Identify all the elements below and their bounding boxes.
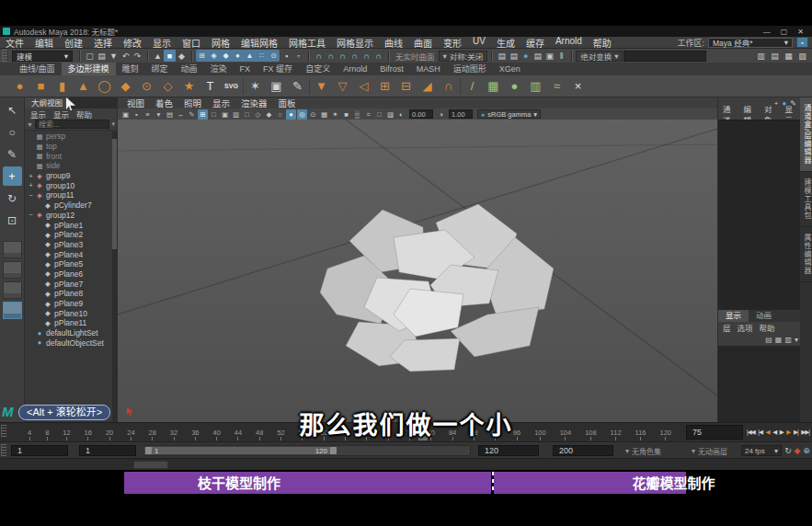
outliner-item[interactable]: ◆ pCylinder7 (25, 200, 112, 211)
animation-start-field[interactable]: 1 (11, 445, 68, 456)
move-tool[interactable]: + (3, 166, 22, 186)
snap-to-point-icon[interactable]: ∩ (337, 50, 349, 62)
shelf-tab[interactable]: 绑定 (145, 63, 175, 75)
new-layer-from-selected-icon[interactable]: ▦ (775, 336, 783, 344)
viewport-menu-item[interactable]: 着色 (150, 97, 178, 109)
open-scene-icon[interactable]: ▤ (96, 50, 108, 62)
layout-two-pane[interactable] (3, 281, 22, 299)
mask-deformers-icon[interactable]: ● (232, 50, 244, 62)
input-line-mode-selector[interactable]: 绝对变换 ▾ (576, 51, 623, 62)
viewport-canvas[interactable] (118, 120, 717, 422)
outliner-item[interactable]: ▦ persp (25, 132, 112, 142)
pan-zoom-2d-icon[interactable]: ↔ (176, 109, 186, 120)
menu-set-selector[interactable]: 建模 ▾ (12, 51, 73, 62)
lights-icon[interactable]: ✶ (330, 109, 340, 120)
outliner-item[interactable]: ▦ side (25, 161, 112, 171)
film-gate-icon[interactable]: □ (209, 109, 219, 120)
minimize-button[interactable]: — (763, 28, 771, 36)
new-render-layer-icon[interactable]: ▥ (784, 336, 792, 344)
menu-item[interactable]: 网格 (206, 36, 235, 50)
menu-item[interactable]: UV (467, 36, 491, 50)
image-plane-icon[interactable]: ▤ (165, 109, 175, 120)
menu-item[interactable]: 网格工具 (283, 36, 331, 50)
scrollbar-thumb[interactable] (112, 139, 117, 249)
select-tool[interactable]: ↖ (3, 100, 22, 120)
outliner-item[interactable]: ● defaultObjectSet (25, 337, 112, 348)
bevel-icon[interactable]: ◢ (417, 76, 438, 97)
paint-select-tool[interactable]: ✎ (3, 144, 22, 164)
shelf-tab[interactable]: Arnold (337, 63, 373, 75)
render-settings-icon[interactable]: ▤ (532, 50, 543, 62)
outliner-item[interactable]: ◆ pPlane1 (25, 220, 112, 230)
layout-four-pane[interactable] (3, 261, 22, 279)
outliner-item[interactable]: + ◈ group10 (25, 180, 112, 190)
sidebar-vertical-tab[interactable]: 建模工具包 (800, 172, 812, 227)
select-camera-icon[interactable]: ▣ (120, 109, 131, 120)
poly-plane-icon[interactable]: ◆ (115, 76, 136, 97)
exposure-icon[interactable]: ◐ (396, 109, 406, 120)
poly-cylinder-icon[interactable]: ▮ (51, 76, 73, 97)
pause-viewport-icon[interactable]: ‖ (555, 50, 567, 62)
auto-key-icon[interactable]: ◆ (793, 445, 802, 456)
separate-icon[interactable]: ▽ (332, 76, 353, 97)
command-line[interactable] (0, 458, 812, 470)
new-empty-layer-icon[interactable]: ▤ (765, 336, 772, 344)
delete-edge-icon[interactable]: × (567, 76, 589, 97)
region-icon[interactable]: □ (242, 109, 252, 120)
outliner-item[interactable]: ◆ pPlane2 (25, 230, 112, 240)
range-start-handle[interactable] (145, 447, 152, 454)
layout-persp-outliner[interactable] (3, 302, 22, 319)
mask-points-icon[interactable]: ⊞ (196, 50, 208, 62)
expander-icon[interactable]: + (27, 173, 35, 179)
shelf-tab[interactable]: 动画 (175, 63, 204, 75)
shelf-tab[interactable]: Bifrost (373, 63, 410, 75)
grease-pencil-icon[interactable]: ✎ (187, 109, 197, 120)
bridge-icon[interactable]: ∩ (438, 76, 459, 97)
fps-selector[interactable]: 24 fps ▾ (741, 445, 782, 456)
outliner-item[interactable]: ◆ pPlane8 (25, 289, 112, 299)
filter-icon[interactable]: ▼ (27, 121, 33, 128)
smooth-icon[interactable]: ≈ (546, 76, 567, 97)
menu-item[interactable]: 选择 (88, 36, 118, 50)
multi-cut-icon[interactable]: / (462, 76, 483, 97)
camera-icon[interactable]: ▣ (266, 76, 287, 97)
close-button[interactable]: ✕ (797, 28, 804, 36)
menu-item[interactable]: 缓存 (520, 36, 550, 50)
undo-icon[interactable]: ↶ (120, 50, 132, 62)
outliner-item[interactable]: ◆ pPlane7 (25, 279, 112, 289)
outliner-scrollbar[interactable] (112, 132, 117, 422)
isolate-select-icon[interactable]: □ (374, 109, 384, 120)
resolution-gate-icon[interactable]: ▣ (220, 109, 230, 120)
gamma-icon[interactable]: ◑ (436, 109, 446, 120)
view-transform-selector[interactable]: ● sRGB gamma ▾ (477, 109, 541, 119)
layer-editor-menu-item[interactable]: 选项 (738, 322, 753, 333)
outliner-item[interactable]: ▦ front (25, 151, 112, 161)
status-grip[interactable] (2, 50, 8, 62)
menu-item[interactable]: 变形 (438, 36, 467, 50)
menu-item[interactable]: 网格显示 (331, 36, 379, 50)
new-scene-icon[interactable]: ▢ (84, 50, 96, 62)
boolean-difference-icon[interactable]: ⊟ (395, 76, 417, 97)
extract-icon[interactable]: ◁ (353, 76, 374, 97)
mirror-icon[interactable]: ▥ (525, 76, 546, 97)
mask-misc-icon[interactable]: ⊙ (268, 50, 280, 62)
shelf-tab[interactable]: MASH (410, 63, 447, 75)
menu-item[interactable]: 创建 (59, 36, 88, 50)
target-weld-icon[interactable]: ● (504, 76, 525, 97)
anim-preferences-icon[interactable]: ⊕ (802, 445, 811, 456)
default-material-icon[interactable]: ⊙ (308, 109, 318, 120)
sidebar-vertical-tab[interactable]: 属性编辑器 (800, 227, 812, 282)
playback-range-bar[interactable]: 1 120 (145, 447, 337, 454)
outliner-item[interactable]: − ◈ group12 (25, 211, 112, 221)
motion-blur-icon[interactable]: ≈ (363, 109, 373, 120)
type-tool-icon[interactable]: T (200, 76, 221, 97)
poly-disc-icon[interactable]: ⊙ (136, 76, 157, 97)
tool-settings-toggle-icon[interactable]: ▤ (769, 50, 781, 62)
render-current-frame-icon[interactable]: ▤ (508, 50, 520, 62)
character-set-selector[interactable]: ▾ 无角色集 (625, 446, 661, 456)
lock-selection-icon[interactable]: ▪ (280, 50, 292, 62)
outliner-menu-item[interactable]: 显示 (30, 109, 46, 120)
menu-item[interactable]: 修改 (118, 36, 147, 50)
layer-editor-menu-item[interactable]: 帮助 (760, 322, 775, 333)
layout-single-pane[interactable] (3, 241, 22, 258)
